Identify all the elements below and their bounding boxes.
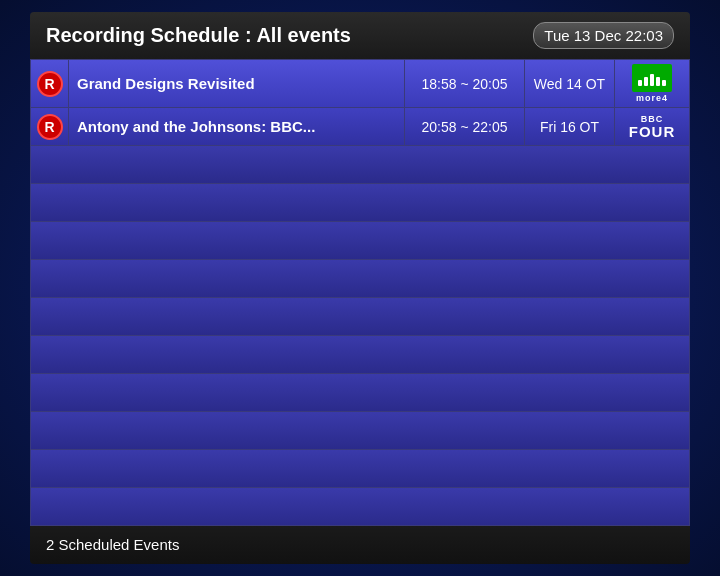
main-container: Recording Schedule : All events Tue 13 D… bbox=[30, 12, 690, 564]
bar1 bbox=[638, 80, 642, 86]
header-datetime: Tue 13 Dec 22:03 bbox=[533, 22, 674, 49]
row2-day: Fri 16 OT bbox=[525, 108, 615, 146]
bar3 bbox=[650, 74, 654, 86]
more4-label: more4 bbox=[636, 93, 668, 103]
record-icon-cell: R bbox=[31, 60, 69, 108]
table-row bbox=[31, 450, 690, 488]
header: Recording Schedule : All events Tue 13 D… bbox=[30, 12, 690, 59]
table-row bbox=[31, 260, 690, 298]
bar5 bbox=[662, 80, 666, 86]
row2-title[interactable]: Antony and the Johnsons: BBC... bbox=[69, 108, 405, 146]
table-row bbox=[31, 488, 690, 526]
record-icon: R bbox=[37, 71, 63, 97]
bar2 bbox=[644, 77, 648, 86]
footer: 2 Scheduled Events bbox=[30, 526, 690, 564]
table-row[interactable]: R Grand Designs Revisited 18:58 ~ 20:05 … bbox=[31, 60, 690, 108]
row1-title[interactable]: Grand Designs Revisited bbox=[69, 60, 405, 108]
four-label: FOUR bbox=[629, 124, 676, 139]
table-row[interactable]: R Antony and the Johnsons: BBC... 20:58 … bbox=[31, 108, 690, 146]
row1-day: Wed 14 OT bbox=[525, 60, 615, 108]
row1-time: 18:58 ~ 20:05 bbox=[405, 60, 525, 108]
row1-channel: more4 bbox=[615, 60, 690, 108]
row2-channel: BBC FOUR bbox=[615, 108, 690, 146]
table-row bbox=[31, 222, 690, 260]
scheduled-events-label: 2 Scheduled Events bbox=[46, 536, 179, 553]
more4-logo bbox=[632, 64, 672, 92]
table-row bbox=[31, 412, 690, 450]
schedule-table: R Grand Designs Revisited 18:58 ~ 20:05 … bbox=[30, 59, 690, 526]
table-row bbox=[31, 374, 690, 412]
table-row bbox=[31, 184, 690, 222]
row2-time: 20:58 ~ 22:05 bbox=[405, 108, 525, 146]
table-row bbox=[31, 298, 690, 336]
page-title: Recording Schedule : All events bbox=[46, 24, 351, 47]
table-row bbox=[31, 146, 690, 184]
bar4 bbox=[656, 77, 660, 86]
bbcfour-logo: BBC FOUR bbox=[615, 115, 689, 139]
record-icon-cell: R bbox=[31, 108, 69, 146]
record-icon: R bbox=[37, 114, 63, 140]
signal-bars-icon bbox=[638, 68, 666, 86]
table-row bbox=[31, 336, 690, 374]
